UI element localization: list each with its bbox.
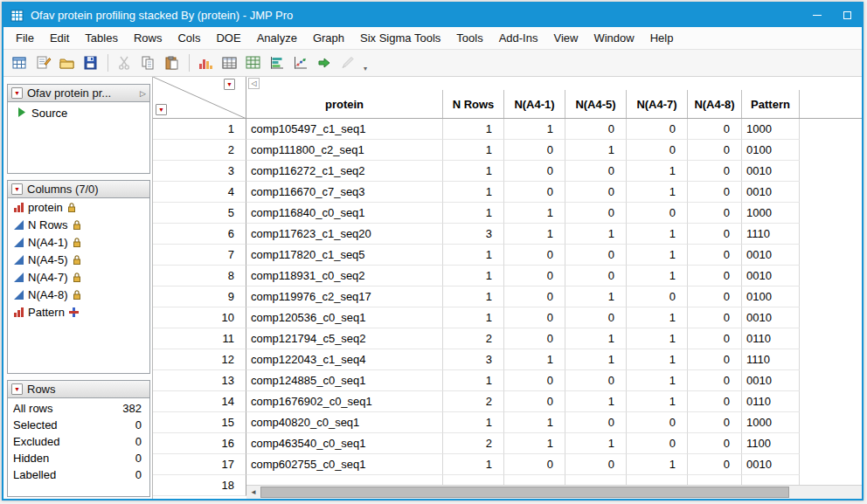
row-number[interactable]: 10	[153, 307, 246, 328]
column-header-n-a4-5[interactable]: N(A4-5)	[565, 90, 627, 118]
cell[interactable]: 0	[565, 454, 627, 475]
row-number[interactable]: 3	[153, 161, 246, 182]
cell[interactable]: 0	[688, 391, 742, 412]
cell[interactable]: 1	[504, 412, 565, 433]
row-number[interactable]: 5	[153, 203, 246, 224]
cell[interactable]: 1000	[742, 203, 800, 224]
tabulate-icon[interactable]	[218, 52, 241, 73]
cell[interactable]: 0	[688, 224, 742, 245]
new-journal-icon[interactable]	[32, 52, 55, 73]
cell[interactable]: 0	[688, 349, 742, 370]
cell[interactable]: 0	[565, 161, 627, 182]
cell[interactable]: 1110	[742, 349, 800, 370]
cell[interactable]: 1	[565, 349, 627, 370]
cell[interactable]: 1	[565, 391, 627, 412]
cell[interactable]: 1	[565, 287, 627, 307]
cell[interactable]: 0	[688, 412, 742, 433]
cell[interactable]: 1	[627, 370, 688, 391]
rows-red-triangle-menu[interactable]: ▼	[11, 383, 23, 395]
cell[interactable]: 0100	[742, 287, 800, 307]
cut-icon[interactable]	[114, 52, 136, 73]
cell[interactable]: comp40820_c0_seq1	[246, 412, 443, 433]
rows-stat-excluded[interactable]: Excluded0	[8, 433, 149, 450]
row-number[interactable]: 13	[153, 370, 246, 391]
cell[interactable]: 0	[504, 245, 565, 266]
cell[interactable]: 1	[565, 224, 627, 245]
cell[interactable]: 0	[504, 287, 565, 307]
cell[interactable]: 1	[627, 328, 688, 349]
cell[interactable]: 1	[443, 287, 504, 307]
cell[interactable]: 0010	[742, 245, 800, 266]
cell[interactable]: 0	[504, 140, 565, 161]
cell[interactable]: 0	[688, 119, 742, 140]
menu-rows[interactable]: Rows	[126, 28, 170, 48]
row-number[interactable]: 1	[153, 119, 246, 140]
column-header-n-a4-7[interactable]: N(A4-7)	[627, 90, 688, 118]
minimize-button[interactable]	[802, 3, 832, 27]
cell[interactable]: 1	[443, 119, 504, 140]
row-number[interactable]: 9	[153, 287, 246, 307]
cell[interactable]: 0010	[742, 182, 800, 203]
cell[interactable]: 0	[504, 182, 565, 203]
graph-builder-icon[interactable]	[266, 52, 288, 73]
row-number[interactable]: 17	[153, 454, 246, 475]
paste-icon[interactable]	[161, 52, 184, 73]
cell[interactable]: 0	[688, 140, 742, 161]
cell[interactable]: 1	[504, 433, 565, 454]
cell[interactable]: 1100	[742, 433, 800, 454]
cell[interactable]: 3	[443, 224, 504, 245]
row-number[interactable]: 15	[153, 412, 246, 433]
run-script-icon[interactable]	[313, 52, 336, 73]
rows-stat-hidden[interactable]: Hidden0	[8, 450, 149, 466]
cell[interactable]: 1	[443, 161, 504, 182]
cell[interactable]: 0	[565, 245, 627, 266]
cell[interactable]: 0	[688, 161, 742, 182]
menu-analyze[interactable]: Analyze	[249, 28, 305, 48]
cell[interactable]: 1	[627, 245, 688, 266]
cell[interactable]: 1	[443, 454, 504, 475]
cell[interactable]: 0	[627, 140, 688, 161]
cell[interactable]: 1	[443, 140, 504, 161]
rows-menu-button[interactable]: ▼	[156, 104, 167, 115]
column-item-n-rows[interactable]: N Rows	[8, 216, 149, 233]
cell[interactable]: 0	[504, 454, 565, 475]
cell[interactable]: 0	[688, 370, 742, 391]
cell[interactable]: comp119976_c2_seq17	[246, 287, 443, 307]
rows-stat-all-rows[interactable]: All rows382	[8, 400, 149, 417]
column-item-protein[interactable]: protein	[8, 198, 149, 216]
column-item-n-a4-8[interactable]: N(A4-8)	[8, 286, 149, 303]
maximize-button[interactable]	[832, 3, 862, 27]
cell[interactable]: 0	[688, 328, 742, 349]
cell[interactable]: 1	[443, 307, 504, 328]
cell[interactable]: 0	[565, 266, 627, 287]
menu-graph[interactable]: Graph	[305, 28, 352, 48]
cell[interactable]: 1110	[742, 224, 800, 245]
fit-y-by-x-icon[interactable]	[289, 52, 312, 73]
cell[interactable]: 1	[627, 391, 688, 412]
cell[interactable]: 1	[627, 182, 688, 203]
scrollbar-thumb[interactable]	[260, 487, 789, 498]
collapse-panels-icon[interactable]: ◁	[248, 78, 260, 89]
cell[interactable]: 0	[504, 370, 565, 391]
cell[interactable]: 0100	[742, 140, 800, 161]
cell[interactable]: 1	[627, 454, 688, 475]
cell[interactable]: 0	[565, 307, 627, 328]
column-header-protein[interactable]: protein	[246, 90, 443, 118]
cell[interactable]: comp111800_c2_seq1	[246, 140, 443, 161]
cell[interactable]: 1	[443, 245, 504, 266]
copy-icon[interactable]	[137, 52, 160, 73]
cell[interactable]: 0	[688, 287, 742, 307]
cell[interactable]: comp463540_c0_seq1	[246, 433, 443, 454]
scrollbar-track[interactable]	[260, 486, 862, 499]
cell[interactable]: 0	[627, 287, 688, 307]
cell[interactable]: 0010	[742, 370, 800, 391]
cell[interactable]: comp116272_c1_seq2	[246, 161, 443, 182]
cell[interactable]: 0	[627, 433, 688, 454]
cell[interactable]: 2	[443, 433, 504, 454]
row-number[interactable]: 4	[153, 182, 246, 203]
cell[interactable]: 0	[688, 266, 742, 287]
cell[interactable]: 0	[627, 119, 688, 140]
cell[interactable]: 1	[443, 370, 504, 391]
cell[interactable]: 1	[565, 433, 627, 454]
rows-stat-labelled[interactable]: Labelled0	[8, 466, 149, 483]
